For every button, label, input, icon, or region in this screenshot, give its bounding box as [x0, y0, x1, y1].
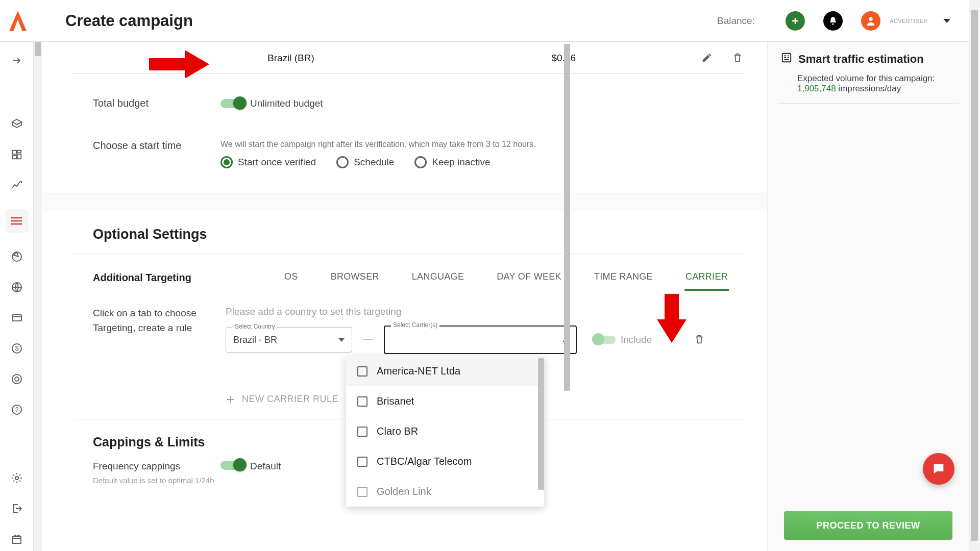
carrier-option[interactable]: CTBC/Algar Telecom [346, 446, 544, 477]
unlimited-budget-toggle[interactable] [220, 99, 244, 108]
frequency-cappings-label: Frequency cappings [93, 461, 220, 472]
total-budget-label: Total budget [93, 97, 220, 109]
select-country[interactable]: Brazil - BR [226, 327, 352, 353]
frequency-default-label: Default [250, 461, 281, 472]
nav-network-icon[interactable] [10, 281, 23, 294]
page-title: Create campaign [65, 12, 193, 30]
left-nav-rail: $ ? [0, 42, 34, 551]
radio-start-verified[interactable]: Start once verified [220, 156, 316, 168]
checkbox-icon[interactable] [357, 366, 368, 377]
start-time-note: We will start the campaign right after i… [220, 140, 536, 149]
svg-rect-14 [13, 538, 21, 543]
unlimited-budget-toggle-label: Unlimited budget [250, 98, 323, 109]
svg-point-13 [15, 477, 18, 480]
chat-button[interactable] [923, 453, 954, 485]
annotation-arrow-icon [149, 49, 209, 80]
checkbox-icon[interactable] [357, 427, 368, 437]
nav-rewards-icon[interactable] [10, 533, 23, 546]
frequency-default-toggle[interactable] [220, 461, 244, 470]
avatar[interactable] [861, 11, 880, 31]
frequency-cappings-sub: Default value is set to optimal 1/24h [93, 475, 220, 487]
carrier-dropdown: America-NET Ltda Brisanet Claro BR CTBC/… [346, 356, 544, 507]
checkbox-icon[interactable] [357, 487, 368, 497]
delete-icon[interactable] [732, 52, 744, 64]
tab-carrier[interactable]: CARRIER [684, 264, 729, 291]
svg-point-10 [15, 377, 19, 381]
carrier-field-label: Select Carrier(s) [391, 321, 439, 329]
include-label: Include [621, 334, 652, 345]
notifications-button[interactable] [823, 11, 843, 31]
tab-language[interactable]: LANGUAGE [411, 264, 465, 291]
annotation-arrow-icon [657, 294, 687, 343]
nav-dashboard-icon[interactable] [10, 148, 23, 161]
expected-volume-label: Expected volume for this campaign: [797, 73, 935, 83]
select-carrier[interactable] [384, 325, 577, 354]
nav-offers-icon[interactable] [10, 117, 23, 131]
panel-scrollbar-gutter[interactable] [34, 42, 42, 551]
optional-settings-heading: Optional Settings [42, 211, 767, 254]
expected-volume-value: 1,905,748 [797, 84, 836, 93]
svg-point-9 [12, 374, 21, 384]
tab-day-of-week[interactable]: DAY OF WEEK [496, 264, 562, 291]
carrier-option[interactable]: Golden Link [346, 477, 544, 507]
user-role: ADVERTISER [890, 18, 928, 24]
tab-browser[interactable]: BROWSER [330, 264, 380, 291]
nav-campaigns-icon[interactable] [5, 209, 29, 233]
nav-money-icon[interactable]: $ [10, 342, 23, 355]
balance-label: Balance: [717, 15, 755, 27]
nav-retarget-icon[interactable] [10, 372, 23, 386]
proceed-to-review-button[interactable]: PROCEED TO REVIEW [784, 511, 952, 540]
additional-targeting-label: Additional Targeting [93, 272, 220, 284]
svg-text:?: ? [15, 406, 18, 413]
country-name: Brazil (BR) [267, 53, 314, 64]
tab-time-range[interactable]: TIME RANGE [593, 264, 654, 291]
targeting-help-text: Click on a tab to choose Targeting, crea… [93, 306, 210, 335]
dropdown-scrollbar[interactable] [538, 358, 544, 490]
radio-schedule[interactable]: Schedule [336, 156, 394, 168]
carrier-option[interactable]: Brisanet [346, 386, 544, 416]
delete-rule-icon[interactable] [694, 334, 706, 346]
logo[interactable] [0, 11, 36, 31]
svg-rect-6 [12, 315, 21, 321]
nav-help-icon[interactable]: ? [10, 403, 23, 416]
nav-settings-icon[interactable] [10, 471, 23, 485]
nav-finance-icon[interactable] [10, 311, 23, 324]
checkbox-icon[interactable] [357, 396, 368, 407]
estimation-icon [781, 52, 792, 66]
add-funds-button[interactable] [786, 11, 805, 31]
svg-text:$: $ [15, 345, 18, 352]
estimation-title: Smart traffic estimation [798, 53, 924, 66]
chevron-down-icon [338, 338, 345, 342]
expand-rail-icon[interactable] [10, 54, 23, 67]
svg-rect-15 [782, 54, 791, 62]
nav-tracking-icon[interactable] [10, 250, 23, 263]
edit-icon[interactable] [701, 52, 714, 64]
radio-keep-inactive[interactable]: Keep inactive [414, 156, 490, 168]
expected-volume-unit: impressions/day [836, 84, 901, 93]
tab-os[interactable]: OS [283, 264, 299, 291]
field-separator [363, 339, 373, 340]
country-field-label: Select Country [233, 323, 277, 330]
include-toggle[interactable] [594, 336, 616, 344]
top-bar: Create campaign Balance: ADVERTISER [0, 0, 969, 42]
checkbox-icon[interactable] [357, 457, 368, 467]
nav-logout-icon[interactable] [10, 502, 23, 515]
svg-point-0 [869, 17, 872, 20]
carrier-option[interactable]: America-NET Ltda [346, 356, 544, 386]
targeting-tabs: OS BROWSER LANGUAGE DAY OF WEEK TIME RAN… [283, 264, 729, 291]
content-scrollbar[interactable] [564, 42, 570, 551]
page-scrollbar[interactable] [969, 0, 980, 551]
start-time-label: Choose a start time [93, 140, 220, 152]
user-menu-chevron-icon[interactable] [943, 19, 950, 23]
carrier-option[interactable]: Claro BR [346, 416, 544, 446]
nav-stats-icon[interactable] [10, 179, 23, 192]
